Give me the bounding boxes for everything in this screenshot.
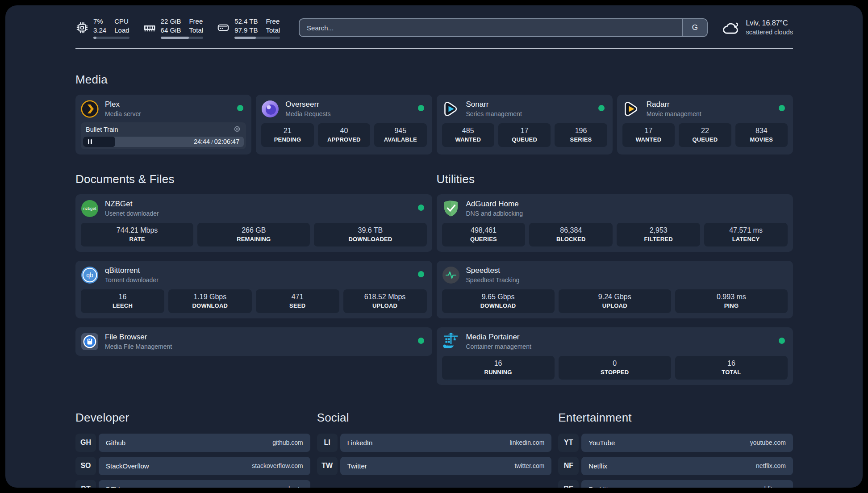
memory-widget: 22 GiB64 GiB FreeTotal (143, 17, 204, 39)
bookmark-domain: linkedin.com (510, 439, 545, 446)
bookmark-abbr: DT (75, 480, 96, 488)
two-column-area: Documents & Files nzbget NZBGet U (75, 155, 793, 385)
header-divider (75, 48, 793, 49)
service-description: Media server (105, 110, 141, 117)
weather-condition: scattered clouds (746, 28, 793, 37)
search-input[interactable] (300, 19, 682, 36)
adguard-icon (442, 200, 460, 217)
stat-filtered: 2,953 FILTERED (617, 223, 700, 246)
bookmark-github[interactable]: GH Github github.com (75, 434, 310, 452)
disk-widget: 52.4 TB97.9 TB FreeTotal (217, 17, 280, 39)
stat-download: 1.19 Gbps DOWNLOAD (168, 289, 252, 313)
bookmark-name: StackOverflow (106, 462, 149, 470)
bookmark-dev[interactable]: DT DEV dev.to (75, 480, 310, 488)
disk-icon (217, 21, 230, 34)
bookmark-twitter[interactable]: TW Twitter twitter.com (317, 457, 552, 475)
service-card-overseerr[interactable]: Overseerr Media Requests 21 PENDING 40 A… (256, 95, 432, 155)
bookmark-domain: dev.to (287, 485, 303, 488)
bookmark-reddit[interactable]: RE Reddit reddit.com (558, 480, 793, 488)
stat-seed: 471 SEED (256, 289, 339, 313)
bookmark-abbr: RE (558, 480, 579, 488)
bookmark-domain: github.com (272, 439, 303, 446)
service-card-portainer[interactable]: Media Portainer Container management 16 … (437, 327, 793, 385)
documents-column: Documents & Files nzbget NZBGet U (75, 155, 432, 356)
bookmark-name: Twitter (347, 462, 367, 470)
sonarr-icon (442, 100, 460, 118)
status-online-dot (418, 271, 424, 277)
memory-progress-bar (161, 37, 204, 39)
stat-rate: 744.21 Mbps RATE (81, 223, 193, 246)
section-title-media: Media (75, 73, 793, 87)
media-cards-row: Plex Media server Bullet Train (75, 95, 793, 155)
bookmark-linkedin[interactable]: LI LinkedIn linkedin.com (317, 434, 552, 452)
stat-downloaded: 39.6 TB DOWNLOADED (314, 223, 426, 246)
stat-series: 196 SERIES (555, 123, 607, 147)
bookmark-youtube[interactable]: YT YouTube youtube.com (558, 434, 793, 452)
service-description: Usenet downloader (105, 210, 159, 217)
service-description: Media Requests (285, 110, 330, 117)
cpu-values: 7%3.24 (93, 17, 106, 35)
top-bar: 7%3.24 CPULoad (75, 17, 793, 39)
stat-queued: 22 QUEUED (679, 123, 731, 147)
search-provider-button[interactable]: G (682, 19, 707, 36)
service-description: DNS and adblocking (466, 210, 523, 217)
status-online-dot (779, 105, 785, 111)
bookmarks-area: Developer GH Github github.com SO StackO… (75, 385, 793, 488)
stat-approved: 40 APPROVED (318, 123, 370, 147)
bookmark-domain: twitter.com (514, 462, 544, 469)
service-card-plex[interactable]: Plex Media server Bullet Train (75, 95, 251, 155)
section-title-documents: Documents & Files (75, 172, 432, 186)
bookmark-name: YouTube (588, 439, 615, 447)
gear-icon (233, 125, 241, 134)
speedtest-icon (442, 266, 460, 284)
stat-wanted: 485 WANTED (442, 123, 494, 147)
utilities-column: Utilities AdGuard Home (437, 155, 793, 385)
cloud-icon (722, 20, 740, 36)
service-description: Container management (466, 343, 531, 350)
stat-upload: 618.52 Mbps UPLOAD (343, 289, 427, 313)
search-bar: G (299, 18, 708, 37)
disk-values: 52.4 TB97.9 TB (234, 17, 258, 35)
bookmark-domain: stackoverflow.com (252, 462, 303, 469)
status-online-dot (598, 105, 605, 111)
service-card-radarr[interactable]: Radarr Movie management 17 WANTED 22 QUE… (617, 95, 793, 155)
service-card-speedtest[interactable]: Speedtest Speedtest Tracking 9.65 Gbps D… (437, 261, 793, 318)
service-card-filebrowser[interactable]: File Browser Media File Management (75, 327, 432, 356)
plex-icon (81, 100, 99, 118)
bookmark-group-developer: Developer GH Github github.com SO StackO… (75, 385, 310, 488)
service-description: Speedtest Tracking (466, 276, 520, 284)
qbittorrent-icon: qb (81, 266, 99, 284)
section-title-social: Social (317, 411, 552, 425)
cpu-icon (75, 21, 89, 34)
bookmark-abbr: SO (75, 457, 96, 475)
service-name: Radarr (647, 100, 701, 109)
service-name: NZBGet (105, 200, 159, 209)
cpu-progress-bar (93, 37, 129, 39)
service-card-qbittorrent[interactable]: qb qBittorrent Torrent downloader 16 LEE… (75, 261, 432, 318)
stat-wanted: 17 WANTED (622, 123, 675, 147)
stat-download: 9.65 Gbps DOWNLOAD (442, 289, 555, 313)
status-online-dot (418, 338, 424, 344)
bookmark-name: Netflix (588, 462, 607, 470)
svg-text:qb: qb (86, 272, 93, 279)
bookmark-abbr: LI (317, 434, 338, 452)
now-playing-title: Bullet Train (86, 126, 118, 133)
cpu-widget: 7%3.24 CPULoad (75, 17, 129, 39)
bookmark-netflix[interactable]: NF Netflix netflix.com (558, 457, 793, 475)
bookmark-stackoverflow[interactable]: SO StackOverflow stackoverflow.com (75, 457, 310, 475)
stat-blocked: 86,384 BLOCKED (529, 223, 613, 246)
stat-leech: 16 LEECH (81, 289, 164, 313)
stat-upload: 9.24 Gbps UPLOAD (559, 289, 671, 313)
weather-widget: Lviv, 16.87°C scattered clouds (722, 19, 793, 37)
bookmark-group-social: Social LI LinkedIn linkedin.com TW Twitt… (317, 385, 552, 475)
service-card-adguard[interactable]: AdGuard Home DNS and adblocking 498,461 … (437, 194, 793, 252)
service-card-nzbget[interactable]: nzbget NZBGet Usenet downloader 744.21 M… (75, 194, 432, 252)
bookmark-name: Reddit (588, 485, 608, 488)
status-online-dot (418, 105, 424, 111)
service-name: AdGuard Home (466, 200, 523, 209)
pause-icon (88, 139, 92, 144)
service-card-sonarr[interactable]: Sonarr Series management 485 WANTED 17 Q… (437, 95, 613, 155)
service-name: Overseerr (285, 100, 330, 109)
service-description: Media File Management (105, 343, 172, 350)
radarr-icon (622, 100, 640, 118)
